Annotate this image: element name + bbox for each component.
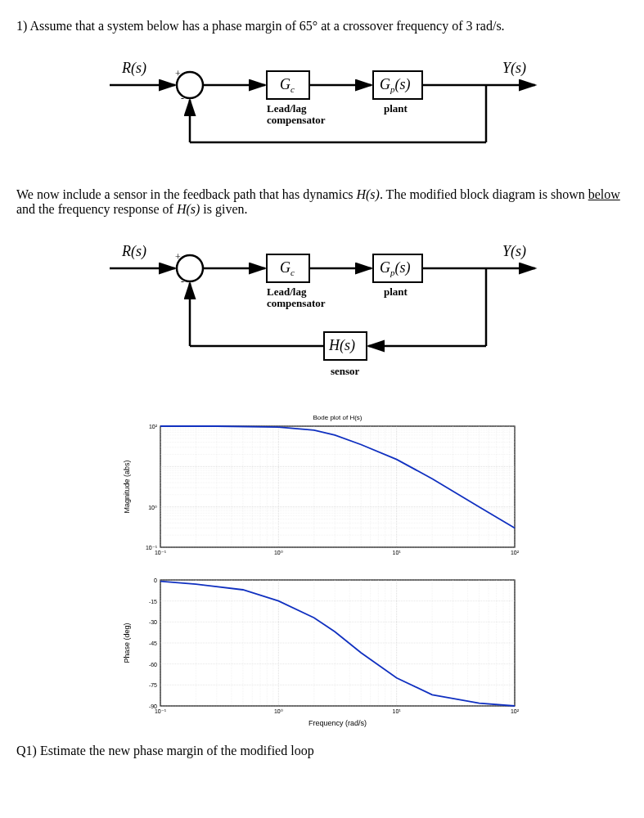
svg-text:-75: -75 bbox=[148, 682, 156, 688]
para-sensor: We now include a sensor in the feedback … bbox=[16, 187, 628, 217]
svg-text:-: - bbox=[181, 92, 184, 104]
svg-text:10⁰: 10⁰ bbox=[148, 505, 157, 510]
svg-text:Magnitude (abs): Magnitude (abs) bbox=[123, 460, 131, 513]
svg-text:10⁻¹: 10⁻¹ bbox=[154, 550, 166, 555]
block-diagram-1: R(s) + - Gc Lead/lag compensator Gp(s) p… bbox=[93, 48, 552, 163]
svg-text:Phase (deg): Phase (deg) bbox=[123, 622, 131, 663]
svg-text:10²: 10² bbox=[510, 708, 519, 714]
svg-text:compensator: compensator bbox=[267, 297, 326, 309]
svg-text:-60: -60 bbox=[148, 662, 156, 667]
svg-text:10⁰: 10⁰ bbox=[273, 708, 282, 714]
svg-text:Frequency (rad/s): Frequency (rad/s) bbox=[308, 719, 366, 727]
svg-text:-15: -15 bbox=[148, 599, 156, 605]
svg-text:compensator: compensator bbox=[267, 114, 326, 126]
svg-text:plant: plant bbox=[384, 285, 408, 298]
svg-text:10²: 10² bbox=[510, 550, 519, 555]
svg-text:10¹: 10¹ bbox=[392, 708, 401, 714]
svg-text:10²: 10² bbox=[148, 424, 157, 429]
svg-text:sensor: sensor bbox=[331, 365, 360, 377]
svg-text:plant: plant bbox=[384, 102, 408, 115]
svg-text:H(s): H(s) bbox=[328, 337, 355, 354]
svg-text:Bode plot of H(s): Bode plot of H(s) bbox=[313, 414, 362, 421]
svg-text:10⁰: 10⁰ bbox=[273, 550, 282, 555]
question-intro: 1) Assume that a system below has a phas… bbox=[16, 19, 628, 34]
input-label: R(s) bbox=[121, 60, 146, 77]
svg-text:-: - bbox=[181, 276, 184, 287]
svg-text:Gp(s): Gp(s) bbox=[380, 76, 411, 94]
svg-text:10⁻¹: 10⁻¹ bbox=[154, 708, 166, 714]
bode-phase-chart: 10⁻¹10⁰10¹10²0-15-30-45-60-75-90Phase (d… bbox=[118, 573, 527, 729]
svg-rect-40 bbox=[160, 426, 515, 547]
svg-text:-90: -90 bbox=[148, 703, 156, 709]
svg-text:R(s): R(s) bbox=[121, 243, 146, 260]
svg-text:-30: -30 bbox=[148, 619, 156, 625]
svg-text:10¹: 10¹ bbox=[392, 550, 401, 555]
svg-text:10⁻¹: 10⁻¹ bbox=[145, 545, 157, 551]
output-label: Y(s) bbox=[502, 60, 526, 77]
svg-text:0: 0 bbox=[154, 578, 157, 583]
svg-text:+: + bbox=[175, 68, 181, 79]
svg-text:Lead/lag: Lead/lag bbox=[267, 285, 307, 298]
svg-text:+: + bbox=[175, 251, 181, 263]
bode-magnitude-chart: 10⁻¹10⁰10¹10²10⁻¹10⁰10²Bode plot of H(s)… bbox=[118, 411, 527, 559]
svg-text:-45: -45 bbox=[148, 640, 156, 646]
block-diagram-2: R(s) + - Gc Lead/lag compensator Gp(s) p… bbox=[93, 231, 552, 395]
q1-text: Q1) Estimate the new phase margin of the… bbox=[16, 744, 628, 758]
svg-text:Lead/lag: Lead/lag bbox=[267, 102, 307, 115]
svg-text:Y(s): Y(s) bbox=[502, 243, 526, 260]
svg-text:Gp(s): Gp(s) bbox=[380, 259, 411, 277]
